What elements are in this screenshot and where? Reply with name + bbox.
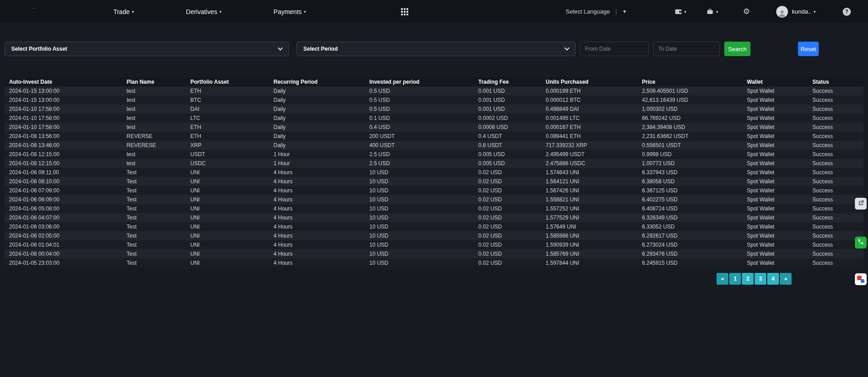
page-button-2[interactable]: 2 [742,273,754,285]
table-cell: 0.02 USD [474,222,541,231]
language-selector[interactable]: Select Language | ▼ [566,8,627,15]
top-navbar: .. Trade ▾ Derivatives ▾ Payments ▾ Sele… [0,0,868,23]
nav-payments[interactable]: Payments ▾ [274,8,306,15]
table-cell: 4 Hours [269,222,365,231]
table-cell: Success [808,95,863,105]
column-header-status: Status [808,77,863,86]
table-cell: 0.001 USD [474,105,541,114]
from-date-input[interactable] [580,42,649,56]
table-cell: 1.597844 UNI [541,258,637,267]
table-cell: Test [122,231,186,240]
column-header-trading-fee: Trading Fee [474,77,541,86]
table-cell: 0.0002 USD [474,114,541,123]
portfolio-asset-select[interactable]: Select Portfolio Asset [5,42,289,56]
period-select[interactable]: Select Period [297,42,576,56]
table-cell: 2024-01-06 09:11:00 [5,168,122,177]
table-cell: 0.02 USD [474,177,541,186]
table-cell: 10 USD [365,168,474,177]
table-cell: 0.5 USD [365,86,474,95]
help-icon[interactable]: ? [843,8,851,16]
table-cell: 10 USD [365,258,474,267]
table-cell: Success [808,123,863,132]
orders-menu[interactable]: ▾ [706,8,718,15]
external-link-icon [858,200,864,208]
table-cell: UNI [186,195,269,204]
table-row: 2024-01-06 08:10:00TestUNI4 Hours10 USD0… [5,177,863,186]
table-cell: Test [122,222,186,231]
table-cell: Spot Wallet [742,249,808,258]
table-cell: Daily [269,141,365,150]
apps-grid-icon[interactable] [401,8,408,15]
table-row: 2024-01-06 03:06:00TestUNI4 Hours10 USD0… [5,222,863,231]
table-cell: test [122,114,186,123]
table-cell: ETH [186,132,269,141]
filter-bar: Select Portfolio Asset Select Period Sea… [5,42,863,56]
to-date-input[interactable] [653,42,720,56]
table-cell: XRP [186,141,269,150]
table-cell: 0.089441 ETH [541,132,637,141]
table-cell: 0.005 USD [474,159,541,168]
table-row: 2024-01-08 12:15:00testUSDT1 Hour2.5 USD… [5,150,863,159]
table-cell: test [122,150,186,159]
auto-invest-history-table: Auto-Invest Date Plan Name Portfolio Ass… [5,77,863,285]
chat-widget-button[interactable] [855,273,867,285]
table-cell: 0.02 USD [474,258,541,267]
table-cell: 10 USD [365,222,474,231]
settings-gear-icon[interactable]: ⚙ [743,7,750,16]
table-cell: 200 USDT [365,132,474,141]
table-cell: 2024-01-06 06:09:00 [5,195,122,204]
column-header-units-purchased: Units Purchased [541,77,637,86]
table-cell: REVERSE [122,132,186,141]
table-cell: 2024-01-06 07:09:00 [5,186,122,195]
table-cell: UNI [186,204,269,213]
table-cell: 717.339232 XRP [541,141,637,150]
nav-derivatives[interactable]: Derivatives ▾ [186,8,222,15]
table-cell: Daily [269,123,365,132]
whatsapp-widget-button[interactable] [855,237,867,248]
wallet-menu[interactable]: ▾ [675,8,687,15]
table-cell: 6.326349 USD [637,213,742,222]
column-header-plan-name: Plan Name [122,77,186,86]
page-button-4[interactable]: 4 [767,273,779,285]
table-cell: 0.001 USD [474,95,541,105]
table-cell: test [122,159,186,168]
next-page-button[interactable]: » [780,273,792,285]
page-button-3[interactable]: 3 [755,273,766,285]
table-cell: 2,231.63662 USDT [637,132,742,141]
table-cell: REVERESE [122,141,186,150]
table-cell: Test [122,204,186,213]
table-cell: Spot Wallet [742,186,808,195]
reset-button[interactable]: Reset [798,42,819,56]
table-cell: Test [122,240,186,249]
table-cell: 4 Hours [269,168,365,177]
table-body: 2024-01-15 13:00:00testETHDaily0.5 USD0.… [5,86,863,267]
table-cell: 42,613.16439 USD [637,95,742,105]
table-cell: Test [122,168,186,177]
table-cell: 4 Hours [269,231,365,240]
table-cell: Success [808,132,863,141]
table-cell: Spot Wallet [742,114,808,123]
table-cell: Success [808,86,863,95]
table-cell: Spot Wallet [742,204,808,213]
table-header: Auto-Invest Date Plan Name Portfolio Ass… [5,77,863,86]
table-cell: DAI [186,105,269,114]
user-menu[interactable]: kunda.. ▾ [776,6,816,18]
logo[interactable]: .. [32,4,37,10]
table-cell: 0.4 USD [365,123,474,132]
table-cell: Spot Wallet [742,258,808,267]
table-cell: 0.001 USD [474,86,541,95]
table-cell: Spot Wallet [742,95,808,105]
table-cell: 1.557252 UNI [541,204,637,213]
search-button[interactable]: Search [724,42,750,56]
table-cell: Success [808,186,863,195]
prev-page-button[interactable]: « [717,273,728,285]
table-cell: 2024-01-06 08:10:00 [5,177,122,186]
table-cell: 0.000012 BTC [541,95,637,105]
table-cell: 2024-01-15 13:00:00 [5,86,122,95]
page-button-1[interactable]: 1 [729,273,741,285]
nav-trade[interactable]: Trade ▾ [113,8,134,15]
table-cell: 6.293476 USD [637,249,742,258]
column-header-auto-invest-date: Auto-Invest Date [5,77,122,86]
table-cell: 0.001495 LTC [541,114,637,123]
share-widget-button[interactable] [855,198,867,210]
